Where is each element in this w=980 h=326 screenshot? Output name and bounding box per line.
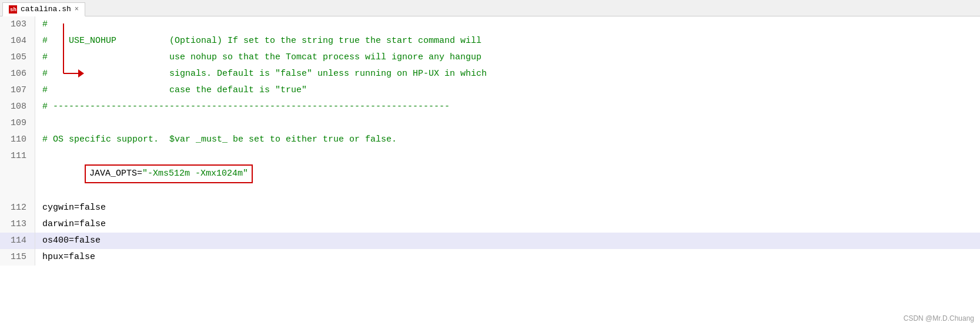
watermark: CSDN @Mr.D.Chuang — [904, 314, 974, 322]
tab-close-button[interactable]: × — [75, 5, 79, 14]
line-number-107: 107 — [0, 82, 35, 99]
line-number-109: 109 — [0, 115, 35, 132]
line-number-110: 110 — [0, 132, 35, 148]
code-line-105: 105 # use nohup so that the Tomcat proce… — [0, 49, 980, 66]
code-line-106: 106 # signals. Default is "false" unless… — [0, 66, 980, 82]
line-number-106: 106 — [0, 66, 35, 82]
line-content-107: # case the default is "true" — [35, 82, 980, 99]
tab-bar: sh catalina.sh × — [0, 0, 980, 16]
java-opts-box: JAVA_OPTS="-Xms512m -Xmx1024m" — [85, 164, 253, 183]
line-content-103: # — [35, 16, 980, 33]
code-line-108: 108 # ----------------------------------… — [0, 99, 980, 115]
line-content-109 — [35, 115, 980, 132]
line-number-112: 112 — [0, 200, 35, 216]
line-number-114: 114 — [0, 233, 35, 249]
line-number-113: 113 — [0, 216, 35, 233]
code-line-113: 113 darwin=false — [0, 216, 980, 233]
line-content-111: JAVA_OPTS="-Xms512m -Xmx1024m" — [35, 148, 980, 200]
code-line-112: 112 cygwin=false — [0, 200, 980, 216]
code-line-110: 110 # OS specific support. $var _must_ b… — [0, 132, 980, 148]
code-line-114: 114 os400=false — [0, 233, 980, 249]
line-content-115: hpux=false — [35, 249, 980, 265]
file-tab[interactable]: sh catalina.sh × — [2, 2, 85, 16]
code-line-109: 109 — [0, 115, 980, 132]
tab-filename: catalina.sh — [21, 5, 71, 14]
line-content-113: darwin=false — [35, 216, 980, 233]
line-number-115: 115 — [0, 249, 35, 265]
line-content-106: # signals. Default is "false" unless run… — [35, 66, 980, 82]
line-number-111: 111 — [0, 148, 35, 200]
line-content-112: cygwin=false — [35, 200, 980, 216]
line-number-104: 104 — [0, 33, 35, 49]
editor-container: sh catalina.sh × 103 # 104 # USE_NOHUP (… — [0, 0, 980, 326]
code-line-115: 115 hpux=false — [0, 249, 980, 265]
line-content-110: # OS specific support. $var _must_ be se… — [35, 132, 980, 148]
code-editor: 103 # 104 # USE_NOHUP (Optional) If set … — [0, 16, 980, 265]
file-icon: sh — [9, 5, 17, 14]
line-content-104: # USE_NOHUP (Optional) If set to the str… — [35, 33, 980, 49]
code-line-103: 103 # — [0, 16, 980, 33]
line-content-108: # --------------------------------------… — [35, 99, 980, 115]
line-content-114: os400=false — [35, 233, 980, 249]
code-line-111: 111 JAVA_OPTS="-Xms512m -Xmx1024m" — [0, 148, 980, 200]
code-line-104: 104 # USE_NOHUP (Optional) If set to the… — [0, 33, 980, 49]
line-number-105: 105 — [0, 49, 35, 66]
code-line-107: 107 # case the default is "true" — [0, 82, 980, 99]
line-number-103: 103 — [0, 16, 35, 33]
line-content-105: # use nohup so that the Tomcat process w… — [35, 49, 980, 66]
line-number-108: 108 — [0, 99, 35, 115]
